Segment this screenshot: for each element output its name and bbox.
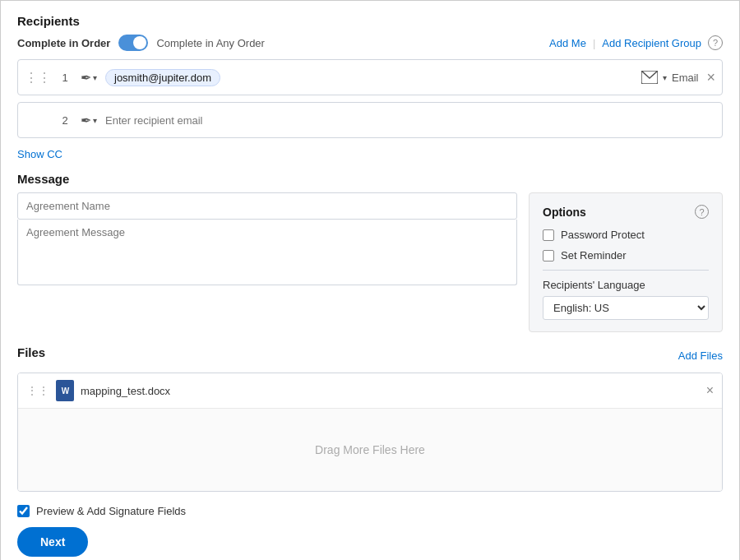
files-title: Files xyxy=(17,345,45,359)
preview-checkbox-area: Preview & Add Signature Fields xyxy=(17,505,186,517)
set-reminder-label: Set Reminder xyxy=(561,249,626,261)
bottom-bar: Preview & Add Signature Fields xyxy=(17,505,723,517)
recipients-title: Recipients xyxy=(17,14,723,28)
add-recipient-group-link[interactable]: Add Recipient Group xyxy=(602,37,701,49)
recipient-email-1[interactable]: josmith@jupiter.dom xyxy=(105,69,220,86)
remove-recipient-1[interactable]: × xyxy=(706,70,715,85)
file-item-row: ⋮⋮ W mapping_test.docx × xyxy=(18,373,722,409)
row-number-2: 2 xyxy=(58,114,72,127)
signer-type-btn-1[interactable]: ✒ ▾ xyxy=(77,68,100,87)
drop-zone[interactable]: Drag More Files Here xyxy=(18,409,722,491)
files-header: Files Add Files xyxy=(17,345,723,366)
agreement-message-textarea[interactable] xyxy=(17,220,517,285)
signer-chevron-2: ▾ xyxy=(93,116,97,125)
file-name-1: mapping_test.docx xyxy=(81,385,706,397)
recipient-email-input-2[interactable] xyxy=(105,114,715,127)
drag-handle-2: ⋮⋮ xyxy=(25,113,51,128)
word-icon: W xyxy=(56,380,74,401)
signer-icon-1: ✒ xyxy=(81,70,91,86)
password-protect-checkbox[interactable] xyxy=(543,229,554,241)
language-select[interactable]: English: US French German Spanish Japane… xyxy=(543,296,709,320)
signer-icon-2: ✒ xyxy=(81,113,91,128)
add-me-link[interactable]: Add Me xyxy=(549,37,586,49)
files-area: ⋮⋮ W mapping_test.docx × Drag More Files… xyxy=(17,373,723,492)
message-inputs xyxy=(17,192,517,288)
message-body: Options ? Password Protect Set Reminder … xyxy=(17,192,723,332)
options-header: Options ? xyxy=(543,205,709,219)
order-toggle[interactable] xyxy=(118,35,148,51)
recipients-lang-label: Recipients' Language xyxy=(543,279,709,291)
email-type-chevron-1: ▾ xyxy=(663,73,667,82)
email-badge-1: ▾ Email xyxy=(641,71,699,84)
preview-label: Preview & Add Signature Fields xyxy=(36,505,186,517)
signer-chevron-1: ▾ xyxy=(93,73,97,82)
files-section: Files Add Files ⋮⋮ W mapping_test.docx ×… xyxy=(17,345,723,492)
message-title: Message xyxy=(17,172,723,186)
pipe-divider: | xyxy=(593,37,595,49)
message-section: Message Options ? Password Protect Set R… xyxy=(17,172,723,332)
drag-handle-1[interactable]: ⋮⋮ xyxy=(25,70,51,86)
set-reminder-checkbox[interactable] xyxy=(543,250,554,261)
password-protect-option: Password Protect xyxy=(543,229,709,241)
password-protect-label: Password Protect xyxy=(561,229,645,241)
recipients-help-icon[interactable]: ? xyxy=(708,35,723,50)
options-panel: Options ? Password Protect Set Reminder … xyxy=(529,192,723,332)
file-drag-handle: ⋮⋮ xyxy=(26,384,49,397)
preview-checkbox[interactable] xyxy=(17,505,30,517)
agreement-name-input[interactable] xyxy=(17,192,517,220)
order-any-label: Complete in Any Order xyxy=(156,37,265,49)
signer-type-btn-2[interactable]: ✒ ▾ xyxy=(77,111,100,130)
options-title: Options xyxy=(543,206,586,219)
options-divider xyxy=(543,270,709,271)
add-files-link[interactable]: Add Files xyxy=(678,349,723,362)
set-reminder-option: Set Reminder xyxy=(543,249,709,261)
options-help-icon[interactable]: ? xyxy=(695,205,709,219)
email-type-label-1: Email xyxy=(672,72,699,84)
file-doc-icon: W xyxy=(56,380,74,401)
recipient-row-1: ⋮⋮ 1 ✒ ▾ josmith@jupiter.dom ▾ Email × xyxy=(17,59,723,95)
row-number-1: 1 xyxy=(58,72,72,84)
recipient-row-2: ⋮⋮ 2 ✒ ▾ xyxy=(17,102,723,138)
envelope-icon-1 xyxy=(641,71,658,84)
show-cc-link[interactable]: Show CC xyxy=(17,148,62,160)
file-remove-btn-1[interactable]: × xyxy=(706,384,714,397)
order-label: Complete in Order xyxy=(17,37,110,49)
next-button[interactable]: Next xyxy=(17,527,88,557)
order-row: Complete in Order Complete in Any Order … xyxy=(17,35,723,51)
